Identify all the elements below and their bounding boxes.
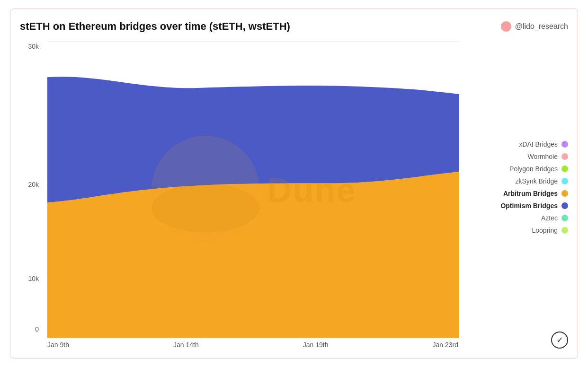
legend-label-zksynk: zkSynk Bridge [516, 177, 558, 185]
legend-item-polygon: Polygon Bridges [464, 165, 568, 173]
legend-item-optimism: Optimism Bridges [464, 202, 568, 210]
chart-area: 30k 20k 10k 0 [20, 41, 568, 349]
legend-item-wormhole: Wormhole [464, 153, 568, 160]
y-axis: 30k 20k 10k 0 [20, 41, 43, 349]
chart-svg [47, 41, 459, 338]
check-icon[interactable]: ✓ [551, 332, 568, 349]
legend-label-arbitrum: Arbitrum Bridges [503, 190, 558, 197]
y-label-30k: 30k [28, 43, 39, 50]
y-label-10k: 10k [28, 275, 39, 282]
chart-svg-wrap: Dune [47, 41, 459, 338]
legend-dot-aztec [561, 215, 568, 221]
legend-label-optimism: Optimism Bridges [500, 202, 558, 210]
legend-item-arbitrum: Arbitrum Bridges [464, 190, 568, 197]
chart-header: stETH on Ethereum bridges over time (stE… [20, 20, 568, 33]
legend-item-loopring: Loopring [464, 227, 568, 234]
y-label-20k: 20k [28, 181, 39, 188]
x-label-jan19: Jan 19th [303, 341, 329, 349]
chart-title: stETH on Ethereum bridges over time (stE… [20, 20, 290, 33]
attribution-label: @lido_research [515, 22, 568, 31]
legend-item-xdai: xDAI Bridges [464, 140, 568, 148]
legend-dot-polygon [561, 166, 568, 172]
legend-label-aztec: Aztec [541, 214, 558, 222]
x-label-jan9: Jan 9th [47, 341, 69, 349]
legend-dot-arbitrum [561, 190, 568, 197]
legend-dot-loopring [561, 227, 568, 234]
arbitrum-area [47, 172, 459, 338]
legend-dot-optimism [561, 202, 568, 209]
legend-dot-zksynk [561, 178, 568, 184]
chart-card: stETH on Ethereum bridges over time (stE… [10, 9, 578, 358]
legend-item-zksynk: zkSynk Bridge [464, 177, 568, 185]
attribution-dot [501, 21, 511, 32]
legend: xDAI Bridges Wormhole Polygon Bridges zk… [464, 41, 568, 349]
legend-label-wormhole: Wormhole [527, 153, 558, 160]
legend-label-xdai: xDAI Bridges [519, 140, 558, 148]
x-label-jan23: Jan 23rd [433, 341, 458, 349]
y-label-0: 0 [35, 326, 39, 332]
legend-item-aztec: Aztec [464, 214, 568, 222]
chart-main: Dune Jan 9th Jan 14th Jan 19th Jan 23rd [47, 41, 459, 349]
legend-dot-wormhole [561, 153, 568, 160]
x-axis: Jan 9th Jan 14th Jan 19th Jan 23rd [47, 338, 459, 349]
legend-label-loopring: Loopring [532, 227, 558, 234]
attribution: @lido_research [501, 21, 568, 32]
legend-dot-xdai [561, 141, 568, 148]
legend-label-polygon: Polygon Bridges [509, 165, 558, 173]
x-label-jan14: Jan 14th [173, 341, 199, 349]
